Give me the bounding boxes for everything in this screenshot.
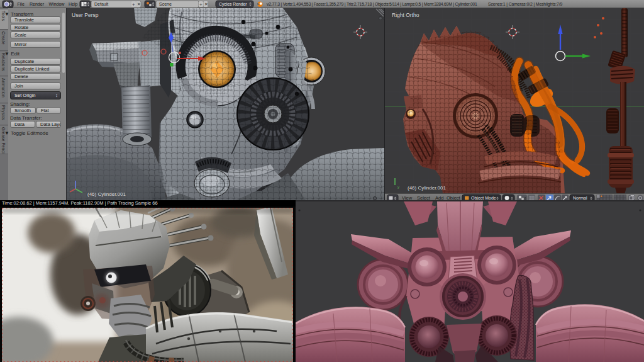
svg-text:Window: Window [49,2,65,6]
svg-text:✕: ✕ [137,2,141,6]
svg-text:v2.77.3 | Verts:1,494,553 | Fa: v2.77.3 | Verts:1,494,553 | Faces:1,355,… [267,2,477,7]
svg-text:+: + [132,2,135,8]
svg-text:y: y [397,185,399,189]
svg-text:+: + [199,2,203,8]
svg-text:File: File [18,2,25,6]
svg-text:Help: Help [69,2,78,7]
svg-text:Render: Render [30,2,45,6]
svg-text:Default: Default [94,2,108,6]
svg-text:✕: ✕ [204,2,208,6]
svg-text:Normal: Normal [573,196,587,200]
svg-text:Cycles Render: Cycles Render [219,2,247,7]
svg-text:Scene: Scene [159,2,172,6]
svg-text:Scenes:1 | Cameras:0/2 | Meshl: Scenes:1 | Cameras:0/2 | Meshlights:7/9 [488,2,563,7]
